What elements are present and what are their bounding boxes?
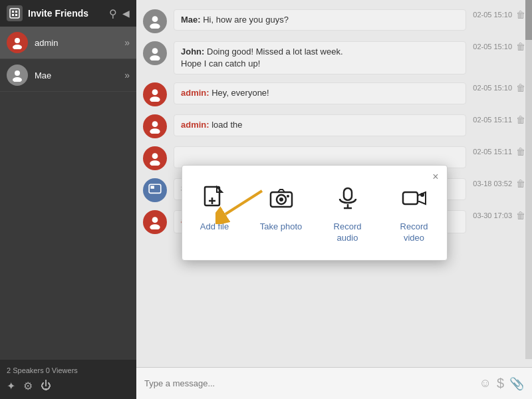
username-mae: Mae bbox=[35, 70, 124, 80]
record-video-button[interactable]: Recordvideo bbox=[391, 186, 438, 244]
sidebar: Invite Friends ⚲ ◀ admin » bbox=[0, 0, 136, 399]
svg-point-8 bbox=[13, 77, 22, 82]
svg-rect-1 bbox=[12, 11, 14, 13]
media-modal: × bbox=[182, 165, 448, 261]
svg-point-6 bbox=[13, 45, 22, 49]
sidebar-header: Invite Friends ⚲ ◀ bbox=[0, 0, 136, 27]
sidebar-footer: 2 Speakers 0 Viewers ✦ ⚙ ⏻ bbox=[0, 360, 136, 399]
avatar-mae bbox=[7, 65, 28, 86]
chat-area: Mae: Hi, how are you guys? 02-05 15:10 🗑… bbox=[136, 0, 532, 399]
record-video-icon bbox=[402, 186, 427, 216]
sidebar-stats: 2 Speakers 0 Viewers bbox=[7, 364, 130, 377]
svg-rect-35 bbox=[403, 192, 418, 204]
search-icon[interactable]: ⚲ bbox=[109, 7, 117, 20]
svg-rect-4 bbox=[15, 14, 17, 16]
take-photo-icon bbox=[269, 186, 294, 216]
record-audio-icon bbox=[335, 186, 360, 216]
svg-rect-3 bbox=[12, 14, 14, 16]
username-admin: admin bbox=[35, 38, 124, 48]
arrow-indicator bbox=[215, 184, 269, 224]
svg-point-36 bbox=[420, 193, 424, 197]
record-video-label: Recordvideo bbox=[400, 221, 428, 244]
svg-rect-0 bbox=[10, 9, 19, 18]
svg-point-7 bbox=[15, 70, 20, 76]
app-container: Invite Friends ⚲ ◀ admin » bbox=[0, 0, 532, 399]
pin-icon[interactable]: ✦ bbox=[7, 380, 15, 392]
chevron-icon-admin: » bbox=[124, 37, 130, 48]
sidebar-header-icon bbox=[7, 5, 23, 21]
modal-close-button[interactable]: × bbox=[432, 171, 438, 183]
sidebar-item-admin[interactable]: admin » bbox=[0, 27, 136, 59]
svg-rect-2 bbox=[15, 11, 17, 13]
chevron-icon-mae: » bbox=[124, 70, 130, 80]
back-icon[interactable]: ◀ bbox=[122, 8, 130, 19]
power-icon[interactable]: ⏻ bbox=[41, 380, 51, 392]
gear-icon[interactable]: ⚙ bbox=[23, 380, 33, 392]
avatar-admin bbox=[7, 32, 28, 53]
svg-rect-32 bbox=[344, 188, 352, 200]
svg-point-5 bbox=[15, 38, 20, 43]
sidebar-footer-actions: ✦ ⚙ ⏻ bbox=[7, 377, 130, 395]
sidebar-item-mae[interactable]: Mae » bbox=[0, 59, 136, 92]
svg-line-24 bbox=[225, 191, 262, 214]
sidebar-user-list: admin » Mae » bbox=[0, 27, 136, 360]
svg-point-30 bbox=[279, 198, 283, 201]
record-audio-button[interactable]: Recordaudio bbox=[325, 186, 371, 244]
svg-point-31 bbox=[287, 195, 289, 198]
modal-overlay: × bbox=[136, 0, 532, 399]
record-audio-label: Recordaudio bbox=[334, 221, 362, 244]
sidebar-title: Invite Friends bbox=[28, 8, 104, 19]
